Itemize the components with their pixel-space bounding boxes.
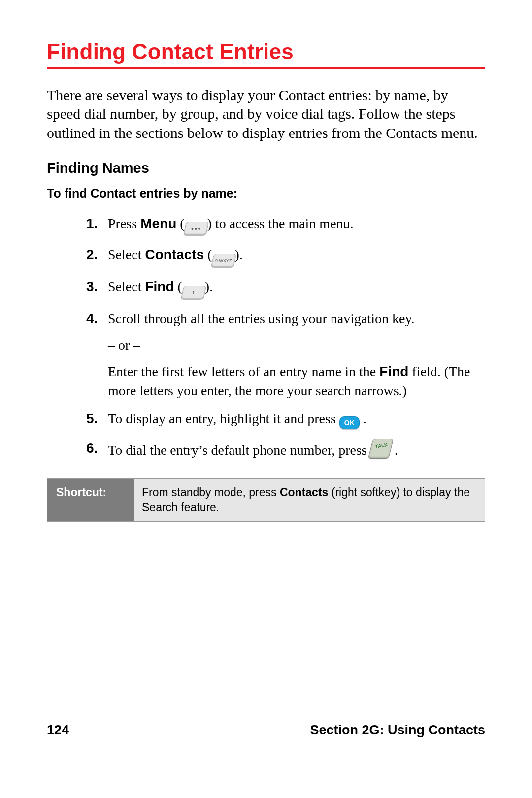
step-2: Select Contacts (9 WXYZ). <box>86 245 485 267</box>
step-6: To dial the entry’s default phone number… <box>86 439 485 460</box>
step-5-text: To display an entry, highlight it and pr… <box>108 411 339 426</box>
step-6-text: To dial the entry’s default phone number… <box>108 442 370 458</box>
page-footer: 124 Section 2G: Using Contacts <box>47 723 485 738</box>
menu-key-icon: ••• <box>183 222 209 235</box>
shortcut-box: Shortcut: From standby mode, press Conta… <box>47 478 485 522</box>
step-4-find-word: Find <box>379 364 408 379</box>
subheading-finding-names: Finding Names <box>47 160 485 176</box>
step-4-alt-a: Enter the first few letters of an entry … <box>108 364 379 379</box>
talk-key-icon: TALK <box>368 439 394 459</box>
shortcut-body-a: From standby mode, press <box>142 486 280 499</box>
ok-button-icon: OK <box>339 416 360 429</box>
step-4-text: Scroll through all the entries using you… <box>108 311 415 326</box>
step-1: Press Menu (•••) to access the main menu… <box>86 214 485 235</box>
title-rule <box>47 67 485 69</box>
step-2-contacts-word: Contacts <box>145 247 204 262</box>
one-key-icon: 1 <box>181 286 206 299</box>
step-3: Select Find (1). <box>86 277 485 299</box>
step-4: Scroll through all the entries using you… <box>86 309 485 399</box>
intro-paragraph: There are several ways to display your C… <box>47 86 485 142</box>
step-1-text-a: Press <box>108 216 140 231</box>
step-3-find-word: Find <box>145 279 174 294</box>
shortcut-contacts-word: Contacts <box>280 486 328 499</box>
procedure-heading: To find Contact entries by name: <box>47 186 485 200</box>
page-number: 124 <box>47 723 69 738</box>
step-4-or: – or – <box>108 336 485 355</box>
shortcut-label: Shortcut: <box>47 479 134 521</box>
nine-key-icon: 9 WXYZ <box>211 254 236 267</box>
steps-list: Press Menu (•••) to access the main menu… <box>47 214 485 460</box>
step-1-text-c: to access the main menu. <box>212 216 354 231</box>
page-title: Finding Contact Entries <box>47 39 485 64</box>
step-2-text-a: Select <box>108 247 145 262</box>
section-label: Section 2G: Using Contacts <box>310 723 485 738</box>
step-1-menu-word: Menu <box>140 216 176 231</box>
step-4-alt: Enter the first few letters of an entry … <box>108 363 485 400</box>
step-3-text-a: Select <box>108 279 145 294</box>
shortcut-body: From standby mode, press Contacts (right… <box>134 479 485 521</box>
step-5: To display an entry, highlight it and pr… <box>86 409 485 429</box>
